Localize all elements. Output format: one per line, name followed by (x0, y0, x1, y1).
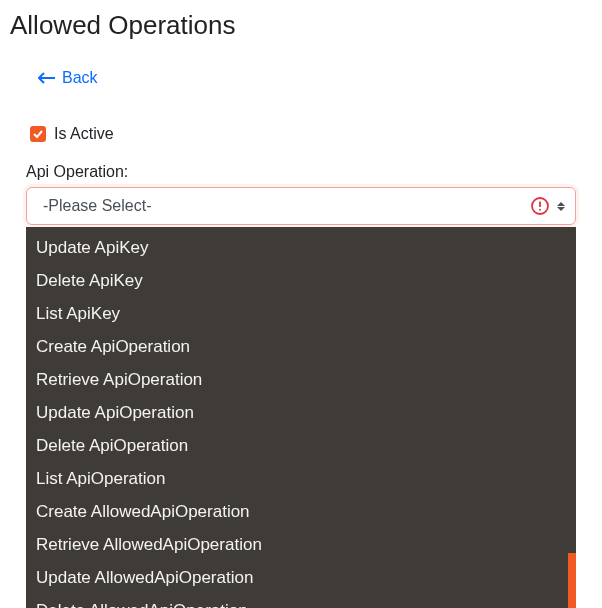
chevron-updown-icon (557, 202, 565, 211)
check-icon (32, 128, 44, 140)
back-link-label: Back (62, 69, 98, 87)
api-operation-label: Api Operation: (26, 163, 576, 181)
dropdown-option[interactable]: Update AllowedApiOperation (26, 561, 576, 594)
dropdown-option[interactable]: Create ApiOperation (26, 330, 576, 363)
dropdown-option[interactable]: Retrieve ApiOperation (26, 363, 576, 396)
dropdown-option[interactable]: Create AllowedApiOperation (26, 495, 576, 528)
scrollbar[interactable] (568, 553, 576, 608)
page-title: Allowed Operations (0, 0, 602, 47)
dropdown-option[interactable]: Update ApiOperation (26, 396, 576, 429)
api-operation-dropdown: Update ApiKeyDelete ApiKeyList ApiKeyCre… (26, 227, 576, 608)
error-icon (531, 197, 549, 215)
is-active-label: Is Active (54, 125, 114, 143)
dropdown-option[interactable]: Update ApiKey (26, 231, 576, 264)
is-active-checkbox[interactable] (30, 126, 46, 142)
dropdown-option[interactable]: Delete ApiKey (26, 264, 576, 297)
dropdown-option[interactable]: List ApiKey (26, 297, 576, 330)
select-placeholder: -Please Select- (43, 197, 152, 215)
svg-point-3 (539, 209, 541, 211)
dropdown-option[interactable]: Delete AllowedApiOperation (26, 594, 576, 608)
dropdown-option[interactable]: Retrieve AllowedApiOperation (26, 528, 576, 561)
dropdown-option[interactable]: Delete ApiOperation (26, 429, 576, 462)
api-operation-select[interactable]: -Please Select- (26, 187, 576, 225)
arrow-left-icon (38, 71, 56, 85)
dropdown-option[interactable]: List ApiOperation (26, 462, 576, 495)
back-link[interactable]: Back (38, 69, 98, 87)
